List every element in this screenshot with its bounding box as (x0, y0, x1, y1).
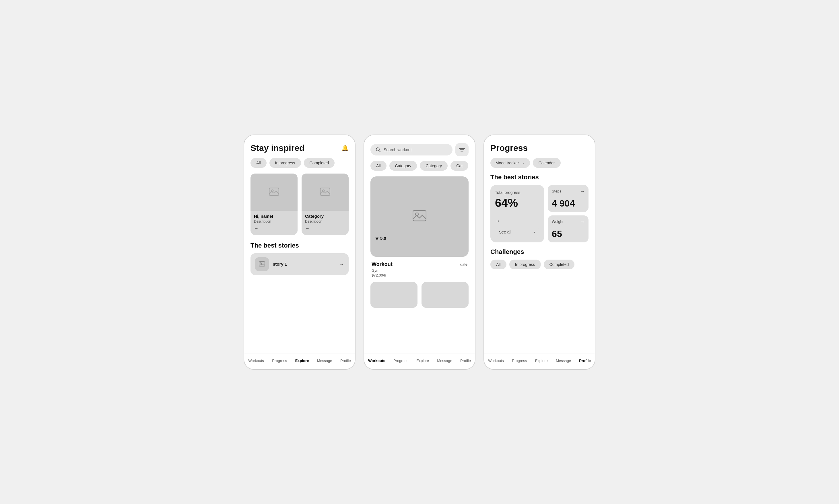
stats-grid: Total progress 64% → See all → (490, 185, 589, 242)
steps-label: Steps (552, 189, 561, 193)
screen-explore: Stay inspired 🔔 All In progress Complete… (244, 134, 356, 370)
nav3-explore[interactable]: Explore (533, 357, 550, 364)
screen3-stories-title: The best stories (490, 174, 589, 181)
total-progress-value: 64% (495, 197, 540, 209)
chip-completed[interactable]: Completed (304, 158, 335, 168)
card-category[interactable]: Category Description → (302, 174, 349, 235)
chip2-all[interactable]: All (371, 161, 387, 171)
calendar-label: Calendar (539, 161, 555, 165)
workout-name: Workout (372, 261, 393, 267)
card1-desc: Description (254, 219, 294, 223)
nav3-profile[interactable]: Profile (577, 357, 593, 364)
workout-info: Workout date Gym $72.00/h (371, 261, 468, 277)
chip-all[interactable]: All (250, 158, 267, 168)
card1-arrow[interactable]: → (254, 226, 294, 231)
card1-title: Hi, name! (254, 214, 294, 219)
small-card-2[interactable] (422, 282, 468, 308)
workout-date: date (460, 262, 467, 267)
stat-side-cards: Steps → 4 904 Weight → 65 (548, 185, 589, 242)
progress-title: Progress (490, 143, 589, 153)
chip-in-progress[interactable]: In progress (269, 158, 301, 168)
workout-category: Gym (372, 268, 467, 272)
nav3-progress[interactable]: Progress (510, 357, 529, 364)
challenges-title: Challenges (490, 248, 589, 256)
screen2-filter-chips: All Category Category Cat (371, 161, 468, 171)
weight-arrow: → (581, 219, 585, 224)
nav-explore[interactable]: Explore (293, 357, 311, 364)
small-card-1[interactable] (371, 282, 417, 308)
mood-tracker-label: Mood tracker (496, 161, 519, 165)
search-icon (376, 147, 381, 152)
small-cards-row (371, 282, 468, 308)
see-all-arrow: → (532, 230, 536, 234)
challenges-chip-in-progress[interactable]: In progress (509, 259, 541, 269)
challenges-chips: All In progress Completed (490, 259, 589, 269)
svg-rect-11 (413, 211, 426, 221)
chip2-cat2[interactable]: Category (420, 161, 448, 171)
total-progress-label: Total progress (495, 190, 540, 195)
nav2-progress[interactable]: Progress (391, 357, 411, 364)
card2-image (302, 174, 349, 211)
challenges-chip-completed[interactable]: Completed (544, 259, 575, 269)
nav-progress[interactable]: Progress (270, 357, 289, 364)
see-all-button[interactable]: See all → (495, 227, 540, 237)
screen1-filter-chips: All In progress Completed (250, 158, 349, 168)
steps-arrow: → (581, 189, 585, 194)
screen1-stories-title: The best stories (250, 242, 349, 249)
workout-price: $72.00/h (372, 273, 467, 277)
screen1-bottom-nav: Workouts Progress Explore Message Profil… (244, 353, 355, 369)
filter-button[interactable] (456, 143, 468, 156)
story1-label: story 1 (273, 262, 335, 267)
total-progress-card[interactable]: Total progress 64% → See all → (490, 185, 544, 242)
nav-workouts[interactable]: Workouts (246, 357, 266, 364)
card-hi-name[interactable]: Hi, name! Description → (250, 174, 298, 235)
screen1-cards-row: Hi, name! Description → Categor (250, 174, 349, 235)
mood-tracker-chip[interactable]: Mood tracker → (490, 158, 530, 168)
nav2-explore[interactable]: Explore (414, 357, 431, 364)
challenges-chip-all[interactable]: All (490, 259, 506, 269)
card1-image (250, 174, 298, 211)
card2-arrow[interactable]: → (305, 226, 345, 231)
card2-title: Category (305, 214, 345, 219)
nav-profile[interactable]: Profile (338, 357, 353, 364)
search-placeholder: Search workout (383, 147, 411, 152)
chip2-cat3[interactable]: Cat (450, 161, 468, 171)
svg-rect-2 (320, 188, 330, 195)
steps-value: 4 904 (552, 199, 585, 208)
story1-arrow[interactable]: → (339, 262, 344, 267)
svg-line-7 (379, 150, 380, 152)
bell-icon[interactable]: 🔔 (341, 145, 349, 151)
filter-icon (459, 147, 465, 152)
steps-card[interactable]: Steps → 4 904 (548, 185, 589, 212)
screen-workouts: Search workout All Category Category Cat (363, 134, 476, 370)
workout-featured-image: ★ 5.0 (371, 176, 468, 257)
story1-item[interactable]: story 1 → (250, 253, 349, 275)
nav2-workouts[interactable]: Workouts (366, 357, 388, 364)
mood-tracker-arrow: → (521, 161, 525, 165)
screen1-title: Stay inspired 🔔 (250, 143, 349, 153)
calendar-chip[interactable]: Calendar (533, 158, 561, 168)
story1-thumb (255, 257, 269, 271)
star-icon: ★ (375, 236, 379, 241)
nav-message[interactable]: Message (315, 357, 335, 364)
see-all-label: See all (499, 230, 511, 234)
challenges-section: Challenges All In progress Completed (490, 248, 589, 269)
nav3-message[interactable]: Message (553, 357, 573, 364)
nav3-workouts[interactable]: Workouts (486, 357, 506, 364)
weight-card[interactable]: Weight → 65 (548, 215, 589, 242)
chip2-cat1[interactable]: Category (389, 161, 417, 171)
screen1-title-text: Stay inspired (250, 143, 304, 153)
nav2-message[interactable]: Message (435, 357, 454, 364)
search-bar: Search workout (371, 143, 468, 156)
screen2-bottom-nav: Workouts Progress Explore Message Profil… (364, 353, 475, 369)
workout-rating: ★ 5.0 (375, 236, 386, 241)
weight-label: Weight (552, 219, 563, 224)
total-progress-arrow[interactable]: → (495, 218, 540, 224)
rating-value: 5.0 (380, 236, 386, 241)
nav2-profile[interactable]: Profile (458, 357, 473, 364)
search-input-wrap[interactable]: Search workout (371, 144, 452, 156)
screen3-bottom-nav: Workouts Progress Explore Message Profil… (484, 353, 595, 369)
weight-value: 65 (552, 229, 585, 238)
svg-rect-0 (269, 188, 279, 195)
progress-chips: Mood tracker → Calendar (490, 158, 589, 168)
